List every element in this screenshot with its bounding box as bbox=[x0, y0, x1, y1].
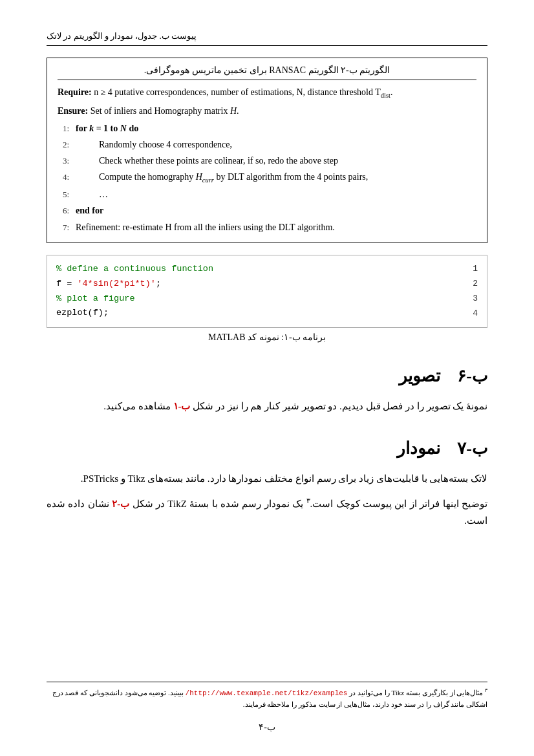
alg-line-4: 4: Compute the homography Hcurr by DLT a… bbox=[58, 169, 476, 186]
section-b7-body1: لاتک بسته‌هایی با قابلیت‌های زیاد برای ر… bbox=[47, 470, 487, 487]
page-number-text: ب-۴ bbox=[259, 722, 275, 732]
section-b7-number: ب-۷ bbox=[457, 439, 487, 458]
page-header: پیوست ب. جدول، نمودار و الگوریتم در لاتک bbox=[47, 31, 487, 46]
code-block: % define a continuous function 1 f = '4*… bbox=[47, 255, 487, 329]
algorithm-box: الگوریتم ب-۲ الگوریتم RANSAC برای تخمین … bbox=[47, 58, 487, 243]
alg-linenum-5: 5: bbox=[58, 188, 76, 201]
algorithm-title: الگوریتم ب-۲ الگوریتم RANSAC برای تخمین … bbox=[58, 65, 476, 80]
require-label: Require: bbox=[58, 87, 92, 97]
alg-line-1: 1: for k = 1 to N do bbox=[58, 121, 476, 136]
section-b7-body2: توضیح اینها فراتر از این پیوست کوچک است.… bbox=[47, 495, 487, 530]
require-line: Require: n ≥ 4 putative correspondences,… bbox=[58, 85, 476, 102]
footnote-content: مثال‌هایی از بکارگیری بسته Tikz را می‌تو… bbox=[52, 689, 487, 709]
section-b6-body-text: نمونهٔ یک تصویر را در فصل قبل دیدیم. دو … bbox=[103, 401, 487, 411]
alg-linecontent-2: Randomly choose 4 correspondence, bbox=[76, 137, 476, 152]
code-line-2: f = '4*sin(2*pi*t)'; 2 bbox=[47, 277, 487, 292]
code-num-3: 3 bbox=[465, 292, 478, 305]
alg-line-2: 2: Randomly choose 4 correspondence, bbox=[58, 137, 476, 152]
ensure-line: Ensure: Set of inliers and Homography ma… bbox=[58, 104, 476, 118]
alg-linenum-1: 1: bbox=[58, 122, 76, 135]
alg-linecontent-6: end for bbox=[76, 203, 476, 218]
alg-linecontent-5: … bbox=[76, 187, 476, 202]
section-b7-title: نمودار bbox=[397, 439, 440, 458]
code-caption-text: برنامه ب-۱: نمونه کد MATLAB bbox=[208, 332, 326, 342]
alg-line-5: 5: … bbox=[58, 187, 476, 202]
section-b6-body: نمونهٔ یک تصویر را در فصل قبل دیدیم. دو … bbox=[47, 398, 487, 415]
alg-linenum-7: 7: bbox=[58, 221, 76, 234]
footnote-link: http://www.texample.net/tikz/examples/ bbox=[186, 689, 348, 697]
footnote-area: ۳ مثال‌هایی از بکارگیری بسته Tikz را می‌… bbox=[47, 682, 487, 711]
code-num-2: 2 bbox=[465, 277, 478, 290]
alg-linecontent-4: Compute the homography Hcurr by DLT algo… bbox=[76, 169, 476, 186]
alg-linenum-4: 4: bbox=[58, 170, 76, 184]
alg-linenum-2: 2: bbox=[58, 138, 76, 151]
alg-linecontent-7: Refinement: re-estimate H from all the i… bbox=[76, 220, 476, 235]
header-text: پیوست ب. جدول، نمودار و الگوریتم در لاتک bbox=[47, 31, 197, 41]
alg-line-6: 6: end for bbox=[58, 203, 476, 218]
section-b6-title: تصویر bbox=[399, 367, 440, 385]
code-line-3: % plot a figure 3 bbox=[47, 292, 487, 307]
ensure-text: Set of inliers and Homography matrix H. bbox=[91, 106, 239, 116]
code-line-4: ezplot(f); 4 bbox=[47, 306, 487, 321]
code-text-4: ezplot(f); bbox=[56, 307, 465, 320]
code-num-1: 1 bbox=[465, 263, 478, 275]
section-b7-body1-text: لاتک بسته‌هایی با قابلیت‌های زیاد برای ر… bbox=[81, 473, 487, 484]
code-text-2: f = '4*sin(2*pi*t)'; bbox=[56, 277, 465, 291]
require-text: n ≥ 4 putative correspondences, number o… bbox=[94, 87, 392, 97]
code-caption: برنامه ب-۱: نمونه کد MATLAB bbox=[47, 332, 487, 343]
section-b7-heading: ب-۷ نمودار bbox=[47, 438, 487, 459]
section-b6-heading: ب-۶ تصویر bbox=[47, 366, 487, 386]
ensure-label: Ensure: bbox=[58, 106, 88, 116]
code-line-1: % define a continuous function 1 bbox=[47, 262, 487, 277]
section-b6-number: ب-۶ bbox=[457, 367, 487, 385]
alg-linenum-6: 6: bbox=[58, 204, 76, 217]
alg-line-3: 3: Check whether these points are coline… bbox=[58, 153, 476, 168]
code-text-1: % define a continuous function bbox=[56, 263, 465, 276]
section-b7-body2-text: توضیح اینها فراتر از این پیوست کوچک است.… bbox=[47, 499, 487, 526]
alg-linecontent-1: for k = 1 to N do bbox=[76, 121, 476, 136]
page-number: ب-۴ bbox=[0, 722, 534, 733]
code-text-3: % plot a figure bbox=[56, 292, 465, 306]
alg-linecontent-3: Check whether these points are colinear,… bbox=[76, 153, 476, 168]
footnote-text: ۳ مثال‌هایی از بکارگیری بسته Tikz را می‌… bbox=[47, 686, 487, 711]
algorithm-title-text: الگوریتم ب-۲ الگوریتم RANSAC برای تخمین … bbox=[144, 65, 390, 75]
alg-line-7: 7: Refinement: re-estimate H from all th… bbox=[58, 220, 476, 235]
alg-linenum-3: 3: bbox=[58, 154, 76, 167]
code-num-4: 4 bbox=[465, 307, 478, 320]
algorithm-content: 1: for k = 1 to N do 2: Randomly choose … bbox=[58, 121, 476, 235]
